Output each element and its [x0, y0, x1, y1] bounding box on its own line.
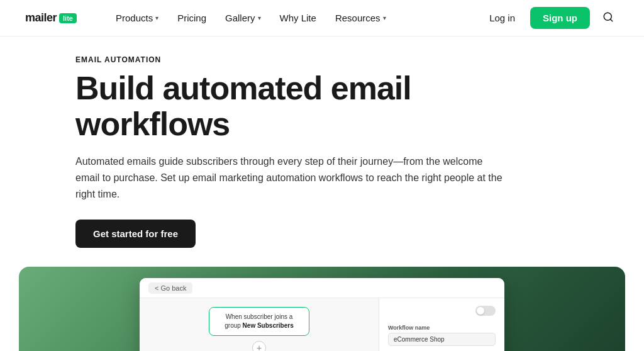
search-icon [602, 11, 614, 23]
hero-tag: EMAIL AUTOMATION [75, 55, 569, 64]
back-button[interactable]: < Go back [148, 282, 192, 294]
demo-topbar: < Go back [140, 278, 504, 298]
demo-body: When subscriber joins a group New Subscr… [140, 298, 504, 351]
toggle-switch[interactable] [475, 306, 496, 316]
signup-button[interactable]: Sign up [530, 7, 590, 29]
nav-label-whylite: Why Lite [280, 13, 316, 23]
search-button[interactable] [597, 6, 619, 30]
logo-text: mailer [25, 11, 57, 25]
chevron-down-icon-gallery: ▾ [258, 14, 261, 21]
demo-canvas: When subscriber joins a group New Subscr… [140, 298, 379, 351]
demo-settings-sidebar: Workflow name eCommerce Shop Workflow tr… [379, 298, 504, 351]
demo-section: < Go back When subscriber joins a group … [19, 267, 625, 351]
workflow-name-field: Workflow name eCommerce Shop [388, 325, 496, 346]
nav-item-products[interactable]: Products ▾ [108, 8, 166, 28]
nav-label-gallery: Gallery [225, 13, 255, 23]
logo[interactable]: mailer lite [25, 11, 77, 25]
navbar: mailer lite Products ▾ Pricing Gallery ▾… [0, 0, 644, 36]
nav-links: Products ▾ Pricing Gallery ▾ Why Lite Re… [108, 8, 482, 28]
nav-label-products: Products [116, 13, 153, 23]
nav-right: Log in Sign up [482, 6, 619, 30]
workflow-name-input[interactable]: eCommerce Shop [388, 333, 496, 346]
hero-section: EMAIL AUTOMATION Build automated email w… [0, 36, 644, 248]
toggle-section [388, 306, 496, 316]
login-button[interactable]: Log in [482, 8, 523, 28]
nav-item-gallery[interactable]: Gallery ▾ [218, 8, 269, 28]
nav-label-pricing: Pricing [177, 13, 206, 23]
nav-item-resources[interactable]: Resources ▾ [328, 8, 394, 28]
svg-line-1 [610, 19, 612, 21]
workflow-node-text: When subscriber joins a group New Subscr… [225, 313, 294, 329]
cta-button[interactable]: Get started for free [75, 220, 196, 248]
chevron-down-icon-resources: ▾ [383, 14, 386, 21]
nav-item-pricing[interactable]: Pricing [170, 8, 214, 28]
chevron-down-icon: ▾ [155, 14, 158, 21]
workflow-node: When subscriber joins a group New Subscr… [209, 307, 309, 336]
nav-item-whylite[interactable]: Why Lite [272, 8, 324, 28]
workflow-name-label: Workflow name [388, 325, 496, 331]
nav-label-resources: Resources [335, 13, 380, 23]
logo-badge: lite [59, 13, 77, 23]
hero-description: Automated emails guide subscribers throu… [75, 153, 503, 202]
add-step-button[interactable]: + [252, 341, 266, 351]
workflow-node-bold: New Subscribers [243, 322, 294, 329]
hero-title: Build automated email workflows [75, 70, 569, 142]
demo-window: < Go back When subscriber joins a group … [140, 278, 504, 351]
